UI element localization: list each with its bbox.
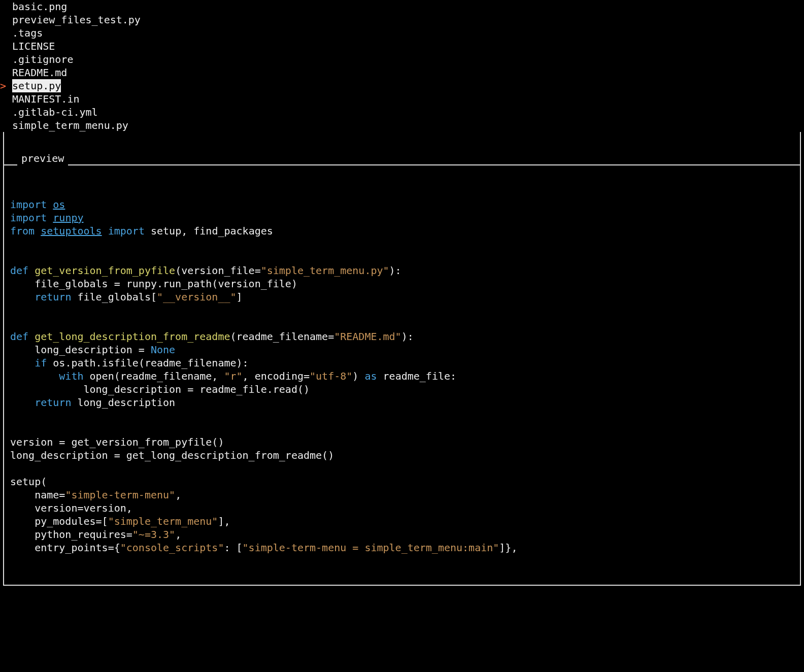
file-name: setup.py [12,79,61,92]
selection-pointer [0,92,6,106]
code-line: from setuptools import setup, find_packa… [10,224,794,238]
code-line: import runpy [10,211,794,224]
code-line [10,462,794,475]
selection-pointer [0,13,6,26]
code-line [10,422,794,435]
code-line: return long_description [10,396,794,409]
selection-pointer [0,106,6,119]
file-item[interactable]: .tags [12,26,804,40]
code-line: def get_version_from_pyfile(version_file… [10,264,794,277]
selection-pointer [0,119,6,132]
selection-pointer [0,66,6,79]
code-line: py_modules=["simple_term_menu"], [10,515,794,528]
file-item[interactable]: >setup.py [12,79,804,92]
preview-code: import osimport runpyfrom setuptools imp… [10,198,794,554]
code-line: with open(readme_filename, "r", encoding… [10,369,794,383]
file-item[interactable]: .gitignore [12,53,804,66]
code-line: long_description = readme_file.read() [10,383,794,396]
code-line: version = get_version_from_pyfile() [10,435,794,449]
file-name: preview_files_test.py [12,13,141,26]
file-item[interactable]: MANIFEST.in [12,92,804,106]
file-item[interactable]: LICENSE [12,40,804,53]
selection-pointer [0,40,6,53]
selection-pointer: > [0,79,6,92]
file-name: simple_term_menu.py [12,119,128,132]
preview-title-bar: preview [3,158,801,172]
code-line: entry_points={"console_scripts": ["simpl… [10,541,794,554]
file-item[interactable]: simple_term_menu.py [12,119,804,132]
file-name: .gitignore [12,53,73,66]
preview-title: preview [21,152,64,165]
code-line [10,304,794,317]
file-name: basic.png [12,0,67,13]
code-line: long_description = get_long_description_… [10,449,794,462]
file-item[interactable]: .gitlab-ci.yml [12,106,804,119]
selection-pointer [0,0,6,13]
file-name: MANIFEST.in [12,92,79,106]
file-item[interactable]: basic.png [12,0,804,13]
file-list[interactable]: basic.png preview_files_test.py .tags LI… [0,0,804,132]
selection-pointer [0,26,6,40]
code-line: setup( [10,475,794,488]
code-line: def get_long_description_from_readme(rea… [10,330,794,343]
code-line: python_requires="~=3.3", [10,528,794,541]
code-line: long_description = None [10,343,794,356]
file-name: README.md [12,66,67,79]
code-line [10,317,794,330]
file-item[interactable]: preview_files_test.py [12,13,804,26]
code-line [10,409,794,422]
code-line: file_globals = runpy.run_path(version_fi… [10,277,794,290]
file-name: .gitlab-ci.yml [12,106,98,119]
code-line: version=version, [10,501,794,515]
code-line: if os.path.isfile(readme_filename): [10,356,794,369]
code-line [10,251,794,264]
code-line: name="simple-term-menu", [10,488,794,501]
preview-pane: preview import osimport runpyfrom setupt… [3,132,801,586]
file-item[interactable]: README.md [12,66,804,79]
code-line [10,238,794,251]
code-line: import os [10,198,794,211]
selection-pointer [0,53,6,66]
file-name: .tags [12,26,43,40]
file-name: LICENSE [12,40,55,53]
code-line: return file_globals["__version__"] [10,290,794,304]
